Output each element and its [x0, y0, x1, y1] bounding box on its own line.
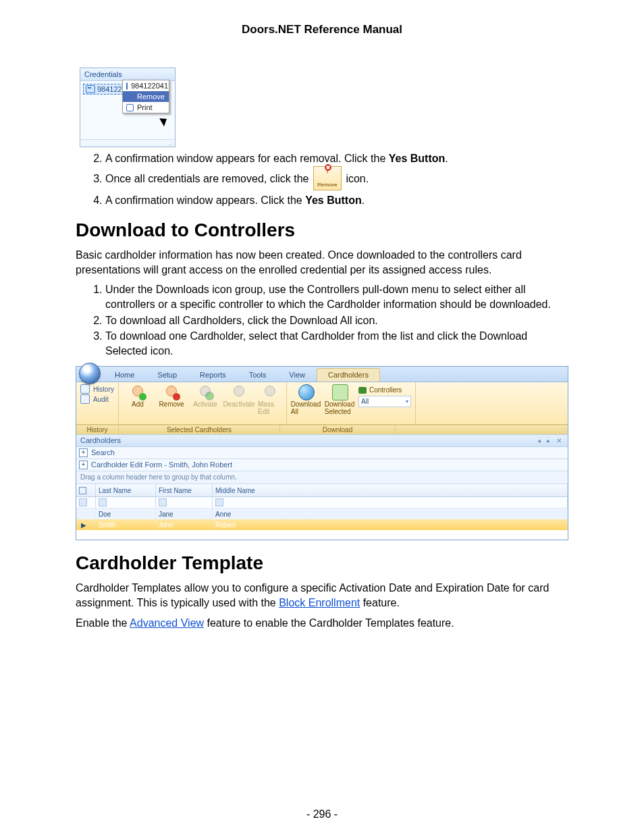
- edit-form-row[interactable]: + Cardholder Edit Form - Smith, John Rob…: [76, 459, 568, 471]
- grid-header: Last Name First Name Middle Name: [76, 484, 568, 497]
- link-advanced-view[interactable]: Advanced View: [130, 617, 204, 629]
- ribbon-download-all[interactable]: Download All: [291, 384, 321, 415]
- menu-label: Remove: [137, 93, 165, 101]
- menu-item-checked[interactable]: 984122041: [123, 80, 169, 91]
- group-by-hint: Drag a column header here to group by th…: [76, 471, 568, 484]
- tab-tools[interactable]: Tools: [238, 368, 278, 382]
- heading-cardholder-template: Cardholder Template: [76, 552, 568, 574]
- group-download: Download: [280, 425, 396, 434]
- download-step-2: To download all Cardholders, click the D…: [105, 313, 568, 328]
- download-step-1: Under the Downloads icon group, use the …: [105, 282, 568, 311]
- resize-grip: ..:: [80, 139, 175, 147]
- menu-item-print[interactable]: Print: [123, 102, 169, 113]
- history-icon: [80, 384, 90, 394]
- panel-title-cardholders: Cardholders ◂ ▸ ✕: [76, 434, 568, 447]
- cardholder-grid: Last Name First Name Middle Name Doe Jan…: [76, 484, 568, 540]
- globe-icon: [298, 384, 315, 400]
- ribbon-mass-edit[interactable]: Mass Edit: [258, 384, 282, 415]
- col-lastname[interactable]: Last Name: [96, 484, 156, 496]
- group-history: History: [76, 425, 119, 434]
- check-icon: [126, 82, 128, 90]
- step-4: A confirmation window appears. Click the…: [105, 193, 568, 208]
- table-row-selected[interactable]: ▶ Smith John Robert: [76, 519, 568, 530]
- controllers-label: Controllers: [358, 386, 411, 394]
- col-middlename[interactable]: Middle Name: [213, 484, 568, 496]
- controllers-combo[interactable]: All▾: [358, 396, 411, 407]
- tab-setup[interactable]: Setup: [146, 368, 188, 382]
- tab-strip: Home Setup Reports Tools View Cardholder…: [76, 367, 568, 382]
- context-menu: 984122041 Remove Print: [122, 80, 169, 113]
- ribbon: History Audit Add: [76, 382, 568, 425]
- ribbon-group-captions: History Selected Cardholders Download: [76, 425, 568, 434]
- controllers-icon: [358, 387, 367, 394]
- ribbon-add[interactable]: Add: [123, 384, 153, 408]
- template-p2: Enable the Advanced View feature to enab…: [76, 616, 568, 631]
- chevron-down-icon: ▾: [406, 398, 408, 405]
- heading-download-to-controllers: Download to Controllers: [76, 219, 568, 241]
- grid-filter-row[interactable]: [76, 497, 568, 509]
- ribbon-history[interactable]: History: [80, 384, 114, 394]
- ribbon-deactivate[interactable]: Deactivate: [224, 384, 254, 408]
- cursor-icon: [159, 115, 169, 127]
- row-pointer-icon: ▶: [79, 521, 86, 529]
- group-selected-cardholders: Selected Cardholders: [119, 425, 280, 434]
- tab-cardholders[interactable]: Cardholders: [317, 368, 380, 382]
- template-p1: Cardholder Templates allow you to config…: [76, 581, 568, 610]
- tab-reports[interactable]: Reports: [188, 368, 238, 382]
- step-2: A confirmation window appears for each r…: [105, 151, 568, 166]
- ribbon-remove[interactable]: Remove: [157, 384, 186, 408]
- table-row[interactable]: Doe Jane Anne: [76, 509, 568, 519]
- panel-tool-buttons[interactable]: ◂ ▸ ✕: [537, 435, 564, 446]
- ribbon-activate[interactable]: Activate: [190, 384, 220, 408]
- filter-icon[interactable]: [215, 498, 223, 506]
- filter-icon[interactable]: [79, 498, 87, 506]
- credentials-panel-screenshot: Credentials 984122041 984122041 Remove P…: [80, 68, 176, 147]
- download-intro: Basic cardholder information has now bee…: [76, 248, 568, 277]
- expand-icon[interactable]: +: [79, 461, 88, 469]
- audit-icon: [80, 394, 90, 404]
- expand-icon[interactable]: +: [79, 448, 88, 457]
- step-3: Once all credentials are removed, click …: [105, 167, 568, 192]
- filter-icon[interactable]: [99, 498, 107, 506]
- card-icon: [86, 85, 95, 93]
- tab-view[interactable]: View: [277, 368, 317, 382]
- download-selected-icon: [332, 384, 348, 400]
- col-firstname[interactable]: First Name: [156, 484, 213, 496]
- menu-item-remove[interactable]: Remove: [123, 91, 169, 102]
- remove-ribbon-icon: Remove: [313, 166, 342, 190]
- link-block-enrollment[interactable]: Block Enrollment: [279, 597, 360, 608]
- page-number: - 296 -: [0, 808, 644, 820]
- tab-home[interactable]: Home: [103, 368, 146, 382]
- row-selector-icon[interactable]: [79, 487, 86, 494]
- check-icon: [126, 104, 134, 111]
- menu-label: 984122041: [131, 82, 168, 90]
- search-row[interactable]: + Search: [76, 447, 568, 459]
- filter-icon[interactable]: [159, 498, 167, 506]
- ribbon-audit[interactable]: Audit: [80, 394, 114, 404]
- app-screenshot: Home Setup Reports Tools View Cardholder…: [76, 366, 568, 540]
- doc-header: Doors.NET Reference Manual: [76, 23, 568, 36]
- menu-label: Print: [137, 103, 153, 111]
- ribbon-download-selected[interactable]: Download Selected: [325, 384, 354, 415]
- download-step-3: To download one Cardholder, select that …: [105, 329, 568, 358]
